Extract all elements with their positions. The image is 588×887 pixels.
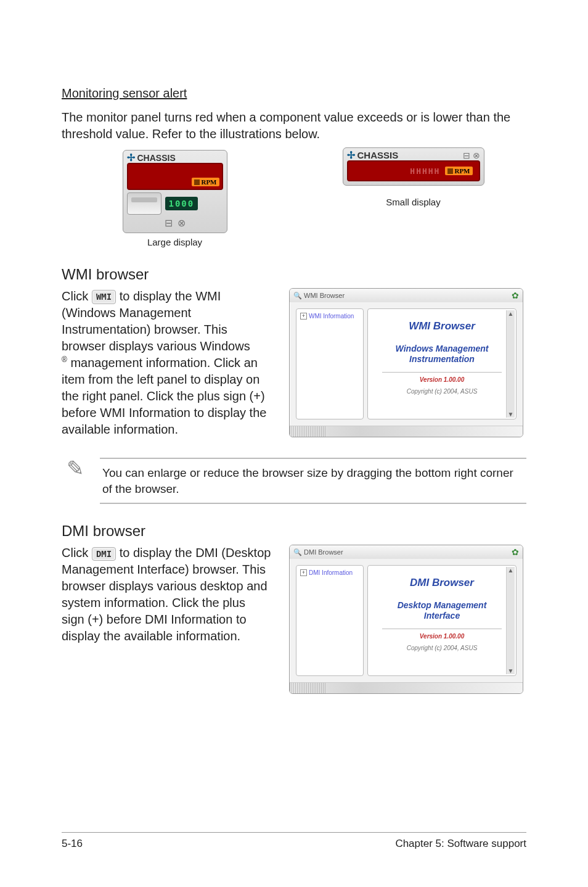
wmi-content-panel: ▲ ▼ WMI Browser Windows Management Instr… [367, 308, 517, 419]
scroll-up-icon[interactable]: ▲ [508, 567, 514, 574]
small-red-readout: HHHHH RPM [347, 160, 480, 181]
dmi-titlebar-label: DMI Browser [304, 548, 343, 556]
tree-root-row[interactable]: + DMI Information [300, 569, 359, 576]
rpm-label-small: RPM [454, 167, 470, 175]
dmi-version: Version 1.00.00 [420, 633, 464, 640]
wmi-content-subtitle: Windows Management Instrumentation [396, 344, 489, 365]
alert-body-text: The monitor panel turns red when a compo… [62, 109, 526, 142]
wmi-titlebar-label: WMI Browser [304, 292, 345, 299]
dmi-tree-panel[interactable]: + DMI Information [296, 565, 364, 676]
note-text: You can enlarge or reduce the browser si… [100, 458, 526, 504]
rpm-box-icon [447, 168, 453, 174]
fan-icon: ✢ [127, 153, 135, 163]
wmi-content-title: WMI Browser [409, 320, 475, 332]
dmi-browser-window: 🔍 DMI Browser ✿ + DMI Information ▲ ▼ [289, 545, 523, 694]
wmi-titlebar[interactable]: 🔍 WMI Browser ✿ [290, 289, 523, 302]
wmi-copyright: Copyright (c) 2004, ASUS [407, 388, 478, 395]
scrollbar[interactable]: ▲ ▼ [506, 310, 515, 418]
mini-lcd-readout: 1000 [165, 197, 198, 210]
rpm-label-large: RPM [201, 178, 216, 186]
resize-grip[interactable] [290, 426, 327, 437]
dmi-inline-button[interactable]: DMI [92, 547, 116, 561]
wmi-inline-button[interactable]: WMI [92, 290, 116, 304]
wmi-tree-panel[interactable]: + WMI Information [296, 308, 364, 419]
chassis-large-panel: ✢ CHASSIS RPM 1000 ⊟ [123, 150, 227, 233]
plus-icon[interactable]: + [300, 569, 307, 576]
scroll-up-icon[interactable]: ▲ [508, 310, 514, 317]
wmi-heading: WMI browser [62, 266, 526, 283]
tree-root-row[interactable]: + WMI Information [300, 313, 359, 320]
dmi-copyright: Copyright (c) 2004, ASUS [407, 645, 478, 651]
dmi-content-panel: ▲ ▼ DMI Browser Desktop Management Inter… [367, 565, 517, 676]
scrollbar[interactable]: ▲ ▼ [506, 567, 515, 674]
dmi-titlebar[interactable]: 🔍 DMI Browser ✿ [290, 545, 523, 559]
large-display-caption: Large display [147, 237, 202, 247]
segment-readout: HHHHH [410, 167, 440, 176]
wmi-browser-window: 🔍 WMI Browser ✿ + WMI Information ▲ ▼ [289, 288, 523, 437]
fan-icon: ✢ [347, 151, 355, 160]
note-pencil-icon: ✎ [62, 458, 89, 479]
dmi-tree-root-label: DMI Information [309, 569, 353, 576]
close-icon[interactable]: ✿ [512, 291, 519, 300]
dmi-paragraph: Click DMI to display the DMI (Desktop Ma… [62, 545, 271, 645]
dmi-content-subtitle: Desktop Management Interface [398, 600, 487, 621]
chassis-label-small: CHASSIS [357, 150, 399, 160]
small-display-caption: Small display [386, 197, 440, 207]
wmi-tree-root-label: WMI Information [309, 313, 354, 320]
rpm-box-icon [194, 179, 200, 185]
dmi-heading: DMI browser [62, 522, 526, 540]
settings-icon[interactable]: ⊟ [165, 217, 173, 229]
close-icon[interactable]: ⊗ [473, 151, 480, 160]
settings-icon[interactable]: ⊟ [463, 151, 470, 160]
wmi-version: Version 1.00.00 [420, 376, 464, 383]
rpm-chip-small: RPM [445, 167, 472, 175]
page-number: 5-16 [62, 838, 83, 850]
large-red-readout: RPM [127, 163, 223, 190]
rpm-chip-large: RPM [192, 178, 219, 186]
chapter-label: Chapter 5: Software support [395, 838, 526, 850]
scroll-down-icon[interactable]: ▼ [508, 411, 514, 418]
scroll-down-icon[interactable]: ▼ [508, 667, 514, 674]
wmi-paragraph: Click WMI to display the WMI (Windows Ma… [62, 288, 271, 438]
close-icon[interactable]: ⊗ [178, 217, 186, 229]
plus-icon[interactable]: + [300, 313, 307, 320]
wmi-window-footer[interactable] [290, 426, 523, 437]
chassis-label-large: CHASSIS [137, 153, 176, 163]
dial-control[interactable] [127, 192, 161, 215]
resize-grip[interactable] [290, 683, 327, 693]
dmi-window-footer[interactable] [290, 682, 523, 693]
close-icon[interactable]: ✿ [512, 547, 519, 557]
alert-heading: Monitoring sensor alert [62, 86, 526, 101]
chassis-small-panel: ✢ CHASSIS ⊟ ⊗ HHHHH RPM [343, 147, 484, 186]
dmi-content-title: DMI Browser [410, 577, 474, 589]
